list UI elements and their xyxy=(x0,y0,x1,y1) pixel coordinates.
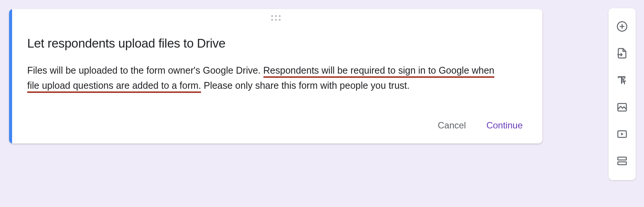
add-section-button[interactable] xyxy=(614,153,630,170)
body-text-underlined-1: Respondents will be required to sign in … xyxy=(263,65,495,78)
add-video-button[interactable] xyxy=(614,126,630,143)
plus-circle-icon xyxy=(616,21,628,33)
body-text-pre: Files will be uploaded to the form owner… xyxy=(27,65,263,76)
section-icon xyxy=(616,155,628,168)
svg-rect-7 xyxy=(618,157,627,160)
question-toolbar xyxy=(608,8,636,180)
add-image-button[interactable] xyxy=(614,99,630,116)
import-questions-button[interactable] xyxy=(614,46,630,62)
continue-button[interactable]: Continue xyxy=(482,117,527,134)
image-icon xyxy=(616,102,628,114)
video-icon xyxy=(616,128,628,141)
cancel-button[interactable]: Cancel xyxy=(433,117,471,134)
add-question-button[interactable] xyxy=(614,19,630,36)
card-accent-bar xyxy=(9,9,12,144)
body-text-underlined-2: file upload questions are added to a for… xyxy=(27,80,201,93)
card-content: Let respondents upload files to Drive Fi… xyxy=(9,9,542,107)
dialog-actions: Cancel Continue xyxy=(433,117,527,134)
import-file-icon xyxy=(616,48,628,60)
text-icon xyxy=(616,74,628,87)
svg-marker-6 xyxy=(621,133,624,136)
upload-permission-card: Let respondents upload files to Drive Fi… xyxy=(9,9,542,144)
drag-handle-icon[interactable] xyxy=(271,15,280,21)
body-text-post: Please only share this form with people … xyxy=(201,80,410,91)
svg-rect-8 xyxy=(618,162,627,165)
dialog-body: Files will be uploaded to the form owner… xyxy=(27,63,524,93)
dialog-title: Let respondents upload files to Drive xyxy=(27,36,524,51)
add-title-button[interactable] xyxy=(614,73,630,89)
